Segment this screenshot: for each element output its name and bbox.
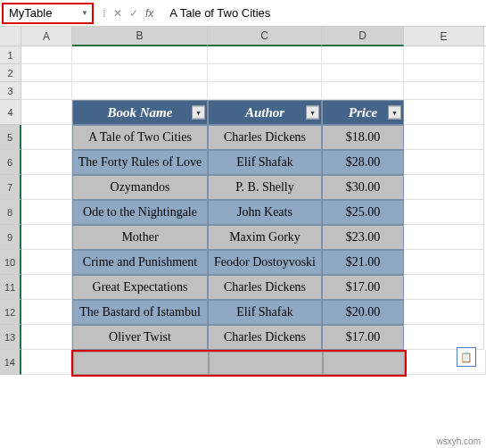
row-header[interactable]: 13 xyxy=(0,325,21,350)
cell[interactable] xyxy=(404,125,484,150)
cell[interactable] xyxy=(21,275,72,300)
table-cell-price[interactable]: $21.00 xyxy=(322,250,404,275)
cell[interactable] xyxy=(21,300,72,325)
col-header-B[interactable]: B xyxy=(72,27,208,46)
table-cell-book[interactable]: Ode to the Nightingale xyxy=(72,200,208,225)
table-cell-author[interactable]: Charles Dickens xyxy=(208,275,322,300)
cell[interactable] xyxy=(21,100,72,125)
chevron-down-icon[interactable]: ▼ xyxy=(81,9,88,17)
col-header-D[interactable]: D xyxy=(322,27,404,46)
cell[interactable] xyxy=(404,82,484,100)
cell[interactable] xyxy=(404,250,484,275)
col-header-E[interactable]: E xyxy=(404,27,484,46)
cell[interactable] xyxy=(322,46,404,64)
cell[interactable] xyxy=(404,200,484,225)
row-header[interactable]: 14 xyxy=(0,350,21,375)
table-cell-author[interactable]: Maxim Gorky xyxy=(208,225,322,250)
table-cell-book[interactable]: The Bastard of Istambul xyxy=(72,300,208,325)
cell[interactable] xyxy=(21,250,72,275)
cell[interactable] xyxy=(404,325,484,350)
cell[interactable] xyxy=(404,150,484,175)
table-cell-author[interactable]: John Keats xyxy=(208,200,322,225)
name-box[interactable]: MyTable ▼ xyxy=(2,3,94,24)
select-all-corner[interactable] xyxy=(0,27,21,46)
cell[interactable] xyxy=(21,64,72,82)
cell[interactable] xyxy=(322,82,404,100)
table-cell-book[interactable]: Oliver Twist xyxy=(72,325,208,350)
cell[interactable] xyxy=(404,225,484,250)
table-cell-book[interactable]: Ozymandos xyxy=(72,175,208,200)
table-cell-author[interactable]: Elif Shafak xyxy=(208,150,322,175)
cancel-icon[interactable]: ✕ xyxy=(113,7,122,20)
table-cell-price[interactable]: $23.00 xyxy=(322,225,404,250)
table-header-author[interactable]: Author ▼ xyxy=(208,100,322,125)
row-header[interactable]: 8 xyxy=(0,200,21,225)
table-cell-price[interactable]: $30.00 xyxy=(322,175,404,200)
cell[interactable] xyxy=(21,350,71,375)
cell[interactable] xyxy=(21,125,72,150)
cell[interactable] xyxy=(404,175,484,200)
table-cell-book[interactable]: Crime and Punishment xyxy=(72,250,208,275)
row-header[interactable]: 6 xyxy=(0,150,21,175)
table-cell-price[interactable]: $18.00 xyxy=(322,125,404,150)
table-cell-book[interactable]: A Tale of Two Cities xyxy=(72,125,208,150)
row-header[interactable]: 5 xyxy=(0,125,21,150)
table-cell-author[interactable]: Elif Shafak xyxy=(208,300,322,325)
cell[interactable] xyxy=(404,46,484,64)
table-header-book[interactable]: Book Name ▼ xyxy=(72,100,208,125)
cell[interactable]: 📋 xyxy=(407,350,486,375)
accept-icon[interactable]: ✓ xyxy=(129,7,138,20)
cell[interactable] xyxy=(21,150,72,175)
cell[interactable] xyxy=(21,225,72,250)
cell[interactable] xyxy=(21,46,72,64)
table-cell-author[interactable]: Charles Dickens xyxy=(208,325,322,350)
filter-button[interactable]: ▼ xyxy=(306,106,319,120)
cell[interactable] xyxy=(72,82,208,100)
row-header[interactable]: 12 xyxy=(0,300,21,325)
table-cell-price[interactable]: $25.00 xyxy=(322,200,404,225)
row-header[interactable]: 7 xyxy=(0,175,21,200)
cell[interactable] xyxy=(404,64,484,82)
cell[interactable] xyxy=(322,64,404,82)
row-header[interactable]: 2 xyxy=(0,64,21,82)
cell[interactable] xyxy=(209,352,323,375)
cell[interactable] xyxy=(72,64,208,82)
cell[interactable] xyxy=(21,82,72,100)
row-header[interactable]: 9 xyxy=(0,225,21,250)
row-header[interactable]: 4 xyxy=(0,100,21,125)
row-header[interactable]: 1 xyxy=(0,46,21,64)
table-cell-book[interactable]: Mother xyxy=(72,225,208,250)
cell[interactable] xyxy=(208,64,322,82)
formula-input[interactable]: A Tale of Two Cities xyxy=(162,6,270,20)
table-cell-book[interactable]: Great Expectations xyxy=(72,275,208,300)
cell[interactable] xyxy=(72,46,208,64)
cell[interactable] xyxy=(208,46,322,64)
filter-button[interactable]: ▼ xyxy=(192,106,205,120)
cell[interactable] xyxy=(404,300,484,325)
filter-button[interactable]: ▼ xyxy=(388,106,401,120)
table-header-price[interactable]: Price ▼ xyxy=(322,100,404,125)
table-cell-price[interactable]: $28.00 xyxy=(322,150,404,175)
table-cell-price[interactable]: $17.00 xyxy=(322,275,404,300)
table-cell-book[interactable]: The Forty Rules of Love xyxy=(72,150,208,175)
cell[interactable] xyxy=(73,352,209,375)
table-cell-author[interactable]: Charles Dickens xyxy=(208,125,322,150)
table-cell-author[interactable]: Feodor Dostoyvoski xyxy=(208,250,322,275)
fx-icon[interactable]: fx xyxy=(145,7,153,20)
formula-dropdown-icon[interactable]: ⁞ xyxy=(103,7,106,20)
cell[interactable] xyxy=(404,100,484,125)
col-header-C[interactable]: C xyxy=(208,27,322,46)
table-cell-price[interactable]: $17.00 xyxy=(322,325,404,350)
col-header-A[interactable]: A xyxy=(21,27,72,46)
row-header[interactable]: 11 xyxy=(0,275,21,300)
cell[interactable] xyxy=(21,200,72,225)
cell[interactable] xyxy=(208,82,322,100)
cell[interactable] xyxy=(323,352,405,375)
cell[interactable] xyxy=(21,325,72,350)
cell[interactable] xyxy=(404,275,484,300)
row-header[interactable]: 10 xyxy=(0,250,21,275)
cell[interactable] xyxy=(21,175,72,200)
table-cell-author[interactable]: P. B. Shelly xyxy=(208,175,322,200)
table-cell-price[interactable]: $20.00 xyxy=(322,300,404,325)
row-header[interactable]: 3 xyxy=(0,82,21,100)
